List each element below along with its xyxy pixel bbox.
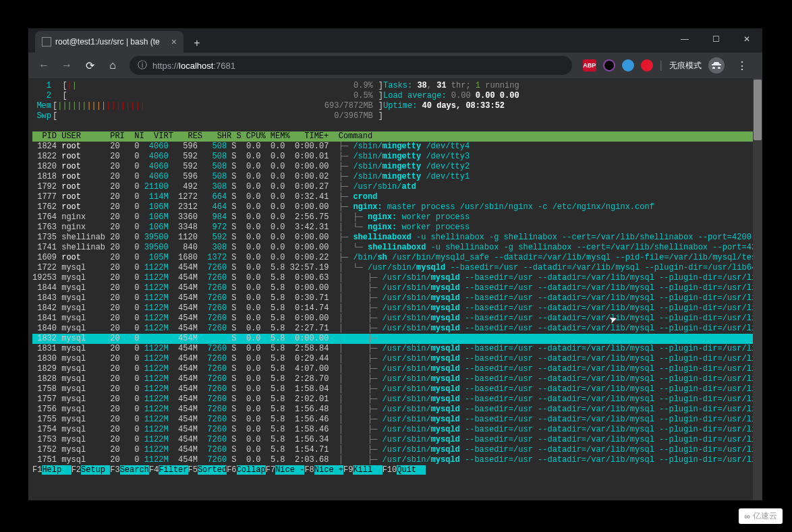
process-list[interactable]: 1824 root 20 0 4060 596 508 S 0.0 0.0 0:… — [32, 142, 758, 465]
back-button[interactable]: ← — [34, 55, 54, 76]
process-row[interactable]: 1830 mysql 20 0 1122M 454M 7260 S 0.0 5.… — [32, 354, 758, 364]
process-row[interactable]: 1832 mysql 20 0 1122M 454M 7260 S 0.0 5.… — [32, 334, 758, 344]
process-row[interactable]: 1840 mysql 20 0 1122M 454M 7260 S 0.0 5.… — [32, 324, 758, 334]
weibo-icon[interactable] — [641, 59, 653, 71]
process-row[interactable]: 1764 nginx 20 0 106M 3360 984 S 0.0 0.0 … — [32, 212, 758, 223]
process-row[interactable]: 1752 mysql 20 0 1122M 454M 7260 S 0.0 5.… — [32, 445, 758, 455]
process-row[interactable]: 1753 mysql 20 0 1122M 454M 7260 S 0.0 5.… — [32, 435, 758, 445]
process-row[interactable]: 1755 mysql 20 0 1122M 454M 7260 S 0.0 5.… — [32, 415, 758, 425]
tab-title: root@test1:/usr/src | bash (te — [55, 37, 167, 47]
load-line: Load average: 0.00 0.00 0.00 — [383, 91, 758, 101]
mem-value: 693/7872MB — [145, 101, 378, 111]
process-row[interactable]: 1762 root 20 0 106M 2312 464 S 0.0 0.0 0… — [32, 202, 758, 212]
extension-icon-2[interactable] — [603, 59, 615, 71]
process-row[interactable]: 1763 nginx 20 0 106M 3348 972 S 0.0 0.0 … — [32, 223, 758, 233]
process-row[interactable]: 1609 root 20 0 105M 1680 1372 S 0.0 0.0 … — [32, 253, 758, 263]
process-row[interactable]: 1818 root 20 0 4060 596 508 S 0.0 0.0 0:… — [32, 172, 758, 182]
home-button[interactable]: ⌂ — [103, 55, 123, 76]
tab-close-button[interactable]: × — [171, 36, 177, 47]
process-row[interactable]: 1741 shellinab 20 0 39500 840 308 S 0.0 … — [32, 243, 758, 253]
process-row[interactable]: 1829 mysql 20 0 1122M 454M 7260 S 0.0 5.… — [32, 364, 758, 374]
process-row[interactable]: 1842 mysql 20 0 1122M 454M 7260 S 0.0 5.… — [32, 303, 758, 314]
incognito-icon — [708, 57, 725, 73]
process-row[interactable]: 19253 mysql 20 0 1122M 454M 7260 S 0.0 5… — [32, 273, 758, 283]
tab-favicon-icon — [42, 37, 51, 47]
process-row[interactable]: 1843 mysql 20 0 1122M 454M 7260 S 0.0 5.… — [32, 293, 758, 303]
process-row[interactable]: 1757 mysql 20 0 1122M 454M 7260 S 0.0 5.… — [32, 394, 758, 405]
cpu1-bar: || — [67, 81, 77, 91]
process-table-header[interactable]: PID USER PRI NI VIRT RES SHR S CPU% MEM%… — [32, 131, 758, 142]
browser-tab[interactable]: root@test1:/usr/src | bash (te × — [35, 31, 183, 53]
process-row[interactable]: 1824 root 20 0 4060 596 508 S 0.0 0.0 0:… — [32, 142, 758, 152]
window-controls: — ☐ ✕ — [669, 28, 762, 50]
tab-bar: root@test1:/usr/src | bash (te × + — [28, 28, 762, 53]
url-text: https://localhost:7681 — [152, 61, 564, 71]
process-row[interactable]: 1822 root 20 0 4060 592 508 S 0.0 0.0 0:… — [32, 152, 758, 162]
site-info-icon[interactable]: ⓘ — [138, 59, 147, 71]
extension-icons: ABP | 无痕模式 ⋮ — [579, 57, 757, 73]
process-row[interactable]: 1792 root 20 0 21100 492 308 S 0.0 0.0 0… — [32, 182, 758, 192]
process-row[interactable]: 1828 mysql 20 0 1122M 454M 7260 S 0.0 5.… — [32, 374, 758, 384]
watermark-text: 亿速云 — [753, 510, 777, 522]
watermark-logo-icon: ∞ — [744, 512, 750, 521]
extension-icon-3[interactable] — [622, 59, 634, 71]
address-bar[interactable]: ⓘ https://localhost:7681 — [130, 56, 572, 75]
scrollbar-thumb[interactable] — [754, 80, 762, 140]
maximize-button[interactable]: ☐ — [700, 28, 731, 50]
new-tab-button[interactable]: + — [188, 34, 206, 53]
process-row[interactable]: 1735 shellinab 20 0 39500 1120 592 S 0.0… — [32, 233, 758, 243]
terminal-content[interactable]: 1 [||0.9%] 2 [0.5%] Mem[||||||||||||||||… — [28, 78, 762, 500]
swp-label: Swp — [32, 111, 53, 121]
mem-label: Mem — [32, 101, 53, 111]
process-row[interactable]: 1841 mysql 20 0 1122M 454M 7260 S 0.0 5.… — [32, 314, 758, 324]
cpu2-label: 2 — [32, 91, 53, 101]
watermark: ∞ 亿速云 — [739, 508, 783, 524]
browser-window: — ☐ ✕ root@test1:/usr/src | bash (te × +… — [28, 28, 762, 500]
process-row[interactable]: 1754 mysql 20 0 1122M 454M 7260 S 0.0 5.… — [32, 425, 758, 435]
process-row[interactable]: 1722 mysql 20 0 1122M 454M 7260 S 0.0 5.… — [32, 263, 758, 273]
cpu1-value: 0.9% — [77, 81, 378, 91]
close-window-button[interactable]: ✕ — [731, 28, 762, 50]
cpu1-label: 1 — [32, 81, 53, 91]
menu-button[interactable]: ⋮ — [731, 59, 753, 72]
abp-icon[interactable]: ABP — [583, 59, 596, 71]
process-row[interactable]: 1751 mysql 20 0 1122M 454M 7260 S 0.0 5.… — [32, 455, 758, 465]
scrollbar-track[interactable] — [753, 78, 762, 500]
process-row[interactable]: 1758 mysql 20 0 1122M 454M 7260 S 0.0 5.… — [32, 384, 758, 394]
uptime-line: Uptime: 40 days, 08:33:52 — [383, 101, 758, 111]
mem-bar: |||||||||||||||||| — [57, 101, 145, 111]
minimize-button[interactable]: — — [669, 28, 700, 50]
process-row[interactable]: 1844 mysql 20 0 1122M 454M 7260 S 0.0 5.… — [32, 283, 758, 293]
htop-meters: 1 [||0.9%] 2 [0.5%] Mem[||||||||||||||||… — [32, 81, 758, 121]
process-row[interactable]: 1777 root 20 0 114M 1272 664 S 0.0 0.0 0… — [32, 192, 758, 202]
tasks-line: Tasks: 38, 31 thr; 1 running — [383, 81, 758, 91]
browser-toolbar: ← → ⟳ ⌂ ⓘ https://localhost:7681 ABP | 无… — [28, 53, 762, 78]
incognito-label: 无痕模式 — [669, 60, 702, 71]
process-row[interactable]: 1831 mysql 20 0 1122M 454M 7260 S 0.0 5.… — [32, 344, 758, 354]
cpu2-value: 0.5% — [67, 91, 378, 101]
swp-value: 0/3967MB — [57, 111, 378, 121]
process-row[interactable]: 1820 root 20 0 4060 592 508 S 0.0 0.0 0:… — [32, 162, 758, 172]
function-key-bar[interactable]: F1Help F2Setup F3SearchF4FilterF5SortedF… — [32, 465, 758, 475]
process-row[interactable]: 1756 mysql 20 0 1122M 454M 7260 S 0.0 5.… — [32, 405, 758, 415]
forward-button[interactable]: → — [57, 55, 77, 76]
reload-button[interactable]: ⟳ — [80, 55, 100, 76]
